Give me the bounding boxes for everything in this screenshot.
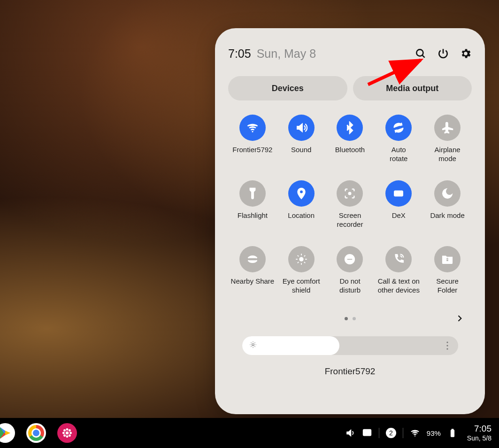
- svg-point-20: [252, 344, 254, 346]
- tile-label: Do not disturb: [339, 277, 361, 295]
- svg-point-2: [252, 131, 253, 132]
- panel-date: Sun, May 8: [257, 47, 415, 61]
- svg-text:DeX: DeX: [395, 192, 402, 196]
- tile-label: Secure Folder: [436, 277, 459, 295]
- svg-rect-45: [451, 430, 454, 437]
- tile-label: Flashlight: [238, 211, 268, 229]
- pill-row: Devices Media output: [228, 76, 472, 100]
- app-play-store[interactable]: [0, 423, 15, 443]
- svg-point-0: [416, 49, 423, 56]
- bluetooth-icon: [337, 115, 363, 141]
- tray-separator: [379, 428, 379, 438]
- tile-label: Nearby Share: [231, 277, 275, 295]
- svg-point-30: [446, 345, 448, 346]
- settings-icon[interactable]: [460, 47, 472, 60]
- tile-label: DeX: [392, 211, 406, 229]
- power-icon[interactable]: [437, 47, 449, 60]
- panel-time: 7:05: [228, 47, 251, 61]
- app-chrome[interactable]: [26, 423, 46, 443]
- dnd-icon: [337, 246, 363, 272]
- tile-dnd[interactable]: Do not disturb: [326, 246, 375, 295]
- brightness-fill: [242, 336, 339, 355]
- svg-line-1: [422, 55, 424, 57]
- tile-eye-comfort[interactable]: A Eye comfort shield: [277, 246, 326, 295]
- svg-point-34: [66, 428, 69, 431]
- svg-line-15: [304, 255, 305, 256]
- tile-label: Bluetooth: [335, 146, 365, 163]
- next-page-icon[interactable]: [452, 311, 467, 326]
- airplane-icon: [434, 115, 461, 141]
- brightness-icon: [249, 340, 257, 351]
- tile-call-text[interactable]: Call & text on other devices: [374, 246, 423, 295]
- tray-date: Sun, 5/8: [467, 434, 491, 442]
- quick-settings-panel: 7:05 Sun, May 8 Devices Media output Fro…: [215, 28, 485, 414]
- tray-volume-icon[interactable]: [345, 428, 355, 438]
- tray-battery-icon[interactable]: [447, 428, 458, 438]
- svg-point-38: [63, 429, 66, 432]
- tray-notification-badge[interactable]: 2: [386, 428, 396, 438]
- taskbar: 2 93% 7:05 Sun, 5/8: [0, 418, 499, 448]
- screen-recorder-icon: [337, 180, 363, 207]
- tray-wifi-icon[interactable]: [410, 428, 420, 438]
- dark-mode-icon: [434, 180, 461, 207]
- app-gallery[interactable]: [57, 423, 77, 443]
- header-icon-row: [415, 47, 472, 60]
- svg-point-31: [446, 348, 448, 349]
- tile-label: Sound: [291, 146, 311, 163]
- tile-nearby-share[interactable]: Nearby Share: [228, 246, 277, 295]
- tile-bluetooth[interactable]: Bluetooth: [326, 115, 375, 163]
- devices-button[interactable]: Devices: [228, 76, 347, 100]
- media-output-button[interactable]: Media output: [353, 76, 472, 100]
- svg-point-37: [69, 432, 72, 434]
- tile-screen-recorder[interactable]: Screen recorder: [326, 180, 375, 229]
- tile-label: Airplane mode: [435, 146, 461, 163]
- pagination-row: [228, 309, 472, 328]
- tile-label: Location: [288, 211, 315, 229]
- svg-point-40: [63, 434, 66, 437]
- tile-sound[interactable]: Sound: [277, 115, 326, 163]
- page-dot[interactable]: [353, 317, 356, 320]
- svg-point-36: [62, 432, 65, 434]
- svg-rect-46: [452, 429, 453, 430]
- tile-label: Eye comfort shield: [283, 277, 320, 295]
- svg-point-4: [348, 192, 352, 195]
- location-icon: [288, 180, 315, 207]
- svg-point-35: [66, 435, 69, 438]
- page-dot[interactable]: [345, 317, 348, 320]
- brightness-more-icon[interactable]: [443, 341, 452, 350]
- quick-tile-grid: Frontier5792 Sound Bluetooth Auto rotate…: [228, 115, 472, 295]
- tile-label: Screen recorder: [337, 211, 363, 229]
- panel-header: 7:05 Sun, May 8: [228, 44, 472, 63]
- eye-comfort-icon: A: [288, 246, 315, 272]
- svg-line-25: [251, 343, 251, 343]
- tile-auto-rotate[interactable]: Auto rotate: [374, 115, 423, 163]
- svg-point-33: [66, 432, 69, 435]
- brightness-slider[interactable]: [242, 336, 458, 355]
- tray-cast-icon[interactable]: [362, 428, 372, 438]
- system-tray[interactable]: 2 93% 7:05 Sun, 5/8: [345, 424, 494, 442]
- tile-airplane[interactable]: Airplane mode: [423, 115, 472, 163]
- svg-line-26: [254, 346, 255, 347]
- secure-folder-icon: [434, 246, 461, 272]
- tile-dex[interactable]: DeX DeX: [374, 180, 423, 229]
- svg-rect-19: [446, 259, 449, 262]
- tile-secure-folder[interactable]: Secure Folder: [423, 246, 472, 295]
- sound-icon: [288, 115, 315, 141]
- auto-rotate-icon: [385, 115, 412, 141]
- panel-footer-network[interactable]: Frontier5792: [228, 366, 472, 377]
- tile-wifi[interactable]: Frontier5792: [228, 115, 277, 163]
- tile-location[interactable]: Location: [277, 180, 326, 229]
- tile-dark-mode[interactable]: Dark mode: [423, 180, 472, 229]
- tile-label: Frontier5792: [232, 146, 272, 163]
- search-icon[interactable]: [415, 47, 427, 60]
- svg-line-12: [298, 255, 299, 256]
- tile-label: Auto rotate: [390, 146, 407, 163]
- tray-clock[interactable]: 7:05 Sun, 5/8: [467, 424, 491, 442]
- shelf-apps: [5, 423, 77, 443]
- nearby-share-icon: [239, 246, 266, 272]
- svg-line-13: [304, 262, 305, 263]
- tile-flashlight[interactable]: Flashlight: [228, 180, 277, 229]
- tile-label: Call & text on other devices: [378, 277, 420, 295]
- tile-label: Dark mode: [430, 211, 464, 229]
- svg-rect-43: [365, 431, 368, 434]
